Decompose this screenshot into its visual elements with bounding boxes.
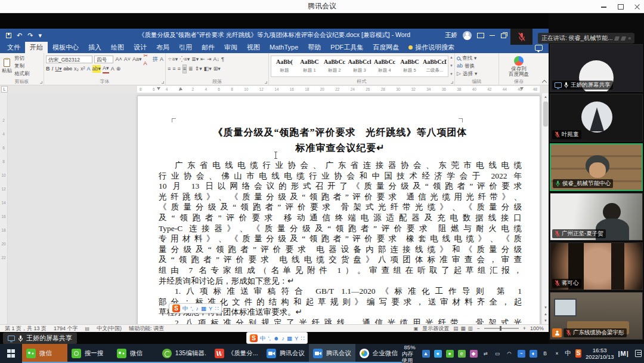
ribbon-tab[interactable]: 模板中心: [48, 42, 83, 53]
input-method-indicator[interactable]: 中: [565, 349, 572, 358]
ribbon-display-options-icon[interactable]: [477, 33, 484, 38]
undo-icon[interactable]: ↶: [17, 29, 22, 42]
sogou-tool-icon[interactable]: ’,: [191, 304, 194, 313]
save-icon[interactable]: [6, 33, 11, 38]
sogou-tool-icon[interactable]: ♪: [281, 334, 284, 343]
meeting-mic-overlay[interactable]: [510, 29, 532, 45]
align-center-icon[interactable]: ≡: [172, 65, 175, 73]
decrease-indent-icon[interactable]: ⇤: [200, 56, 205, 63]
tray-icon[interactable]: ⇄: [482, 350, 490, 358]
ribbon-tab[interactable]: 审阅: [219, 42, 242, 53]
clock[interactable]: 16:53 2022/10/13: [586, 347, 614, 360]
style-item[interactable]: AaBbCcl 标题 3: [348, 57, 371, 76]
sogou-tool-icon[interactable]: ∷: [301, 334, 304, 343]
ribbon-tab[interactable]: 绘图: [106, 42, 129, 53]
save-to-baidu-button[interactable]: 保存到 百度网盘: [501, 54, 537, 78]
highlight-icon[interactable]: ab▾: [92, 65, 101, 73]
speaking-toast[interactable]: 正在讲话: 侯睿_机械节能... «: [538, 33, 634, 44]
page-indicator[interactable]: 第 1 页，共 13 页: [5, 325, 47, 333]
tray-icon[interactable]: e: [458, 350, 466, 358]
underline-icon[interactable]: U▾: [55, 65, 62, 73]
ribbon-tab[interactable]: 视图: [242, 42, 265, 53]
bold-icon[interactable]: B: [46, 65, 50, 73]
scroll-up-icon[interactable]: ▲: [543, 94, 549, 100]
character-shading-icon[interactable]: A: [111, 65, 114, 73]
sogou-tool-icon[interactable]: ∷: [215, 304, 218, 313]
ribbon-tab[interactable]: 引用: [174, 42, 197, 53]
taskbar-app[interactable]: 腾讯会议: [309, 344, 355, 363]
ribbon-tab[interactable]: 插入: [83, 42, 106, 53]
style-item[interactable]: AaBbC 标题 1: [298, 57, 321, 76]
sogou-tool-icon[interactable]: ☻: [273, 334, 279, 343]
word-restore-icon[interactable]: [501, 32, 507, 38]
taskbar-app[interactable]: 微信: [22, 344, 67, 363]
taskbar-app[interactable]: 《质量分...: [210, 344, 262, 363]
proofing-icon[interactable]: ▤: [85, 326, 90, 331]
cut-button[interactable]: 剪切: [14, 54, 30, 62]
sogou-tool-icon[interactable]: 中: [182, 304, 188, 313]
mathtype-tray-icon[interactable]: |M|: [618, 350, 628, 357]
taskbar-app[interactable]: 企业微信: [355, 344, 402, 363]
accessibility-status[interactable]: 辅助功能: 调查: [129, 325, 164, 333]
ribbon-tab[interactable]: 文件: [2, 42, 25, 53]
styles-dialog-launcher-icon[interactable]: [451, 81, 453, 84]
taskbar-app[interactable]: 135编辑器...: [158, 344, 210, 363]
print-layout-icon[interactable]: ▦: [460, 325, 465, 331]
clipboard-dialog-launcher-icon[interactable]: [40, 81, 42, 84]
word-count[interactable]: 1794 个字: [54, 325, 78, 333]
distribute-icon[interactable]: ≣: [188, 65, 193, 73]
change-case-icon[interactable]: Aa▾: [132, 56, 142, 63]
sogou-tool-icon[interactable]: Y: [295, 334, 298, 343]
scroll-down-icon[interactable]: ▼: [543, 304, 549, 310]
sogou-logo-icon[interactable]: S: [250, 334, 258, 342]
right-indent-marker[interactable]: [520, 87, 524, 90]
replace-button[interactable]: ab替换: [457, 62, 497, 70]
vertical-scrollbar[interactable]: ▲ ▼ ▲ ▼: [541, 93, 549, 324]
ribbon-tab[interactable]: PDF工具集: [326, 42, 368, 53]
style-item[interactable]: AaBbC 标题 5: [398, 57, 422, 76]
sogou-input-toolbar-inline[interactable]: S 中’,♪▦Y∷: [169, 303, 222, 313]
borders-icon[interactable]: ⊞▾: [213, 65, 221, 73]
previous-page-icon[interactable]: ▲: [543, 311, 549, 317]
first-line-indent-marker[interactable]: [179, 87, 182, 90]
tray-icon[interactable]: B: [541, 350, 549, 358]
tray-icon[interactable]: ▭: [494, 350, 501, 358]
participant-tile[interactable]: 广州正坚-夏子贺: [550, 193, 643, 241]
sogou-tool-icon[interactable]: ▦: [201, 304, 206, 313]
tray-icon[interactable]: ~: [518, 350, 525, 358]
sogou-tool-icon[interactable]: ♪: [196, 304, 199, 313]
document-page[interactable]: 《质量分级及“领跑者”评价要求 光纤跳线》等八项团体 标准审查会议纪要↵ 广东省…: [137, 96, 540, 324]
read-mode-icon[interactable]: ▤: [453, 325, 458, 331]
word-minimize-icon[interactable]: [490, 32, 496, 38]
paragraph-dialog-launcher-icon[interactable]: [265, 81, 267, 84]
shading-icon[interactable]: ◧▾: [204, 65, 212, 73]
find-button[interactable]: 查找▾: [457, 54, 497, 62]
tray-icon[interactable]: ♦: [530, 350, 537, 358]
action-center-icon[interactable]: [635, 350, 642, 357]
phonetic-guide-icon[interactable]: 拼: [153, 56, 158, 63]
font-color-icon[interactable]: A▾: [103, 64, 109, 73]
style-item[interactable]: AaBbCc 标题 4: [373, 57, 397, 76]
zoom-out-icon[interactable]: −: [476, 325, 479, 331]
shrink-font-icon[interactable]: A˅: [124, 56, 131, 63]
sogou-input-toolbar[interactable]: S 中’,☻♪▦Y∷: [246, 332, 308, 344]
tray-icon[interactable]: ×: [553, 350, 561, 358]
tray-icon[interactable]: ●: [434, 350, 442, 358]
start-button[interactable]: [0, 344, 22, 363]
font-name-select[interactable]: 仿宋_GB2312: [46, 56, 92, 63]
indent-marker[interactable]: [157, 87, 160, 90]
sogou-tool-icon[interactable]: ▦: [287, 334, 292, 343]
tray-icon[interactable]: ◆: [470, 350, 478, 358]
account-name[interactable]: 王娇: [445, 31, 457, 39]
zoom-in-icon[interactable]: +: [523, 325, 526, 331]
numbering-icon[interactable]: ⁛≡▾: [179, 56, 190, 63]
memory-usage[interactable]: 85% 内存使用: [402, 344, 418, 363]
enclose-icon[interactable]: ⊕: [116, 65, 121, 73]
scrollbar-thumb[interactable]: [543, 101, 548, 127]
format-painter-button[interactable]: 格式刷: [14, 70, 30, 78]
line-spacing-icon[interactable]: ⇕▾: [195, 65, 202, 73]
share-indicator-chip[interactable]: 王娇的屏幕共享: [3, 333, 77, 344]
zoom-slider[interactable]: [484, 328, 519, 329]
tray-icon[interactable]: ●: [446, 350, 454, 358]
style-item[interactable]: AaBbCc 标题 2: [323, 57, 346, 76]
